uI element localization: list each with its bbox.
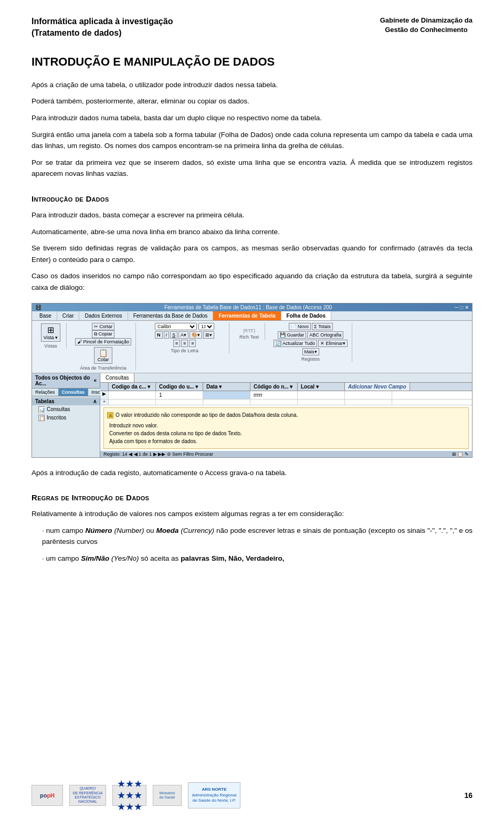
btn-fontcolor[interactable]: A▾ <box>178 331 188 339</box>
nav-item-inscritos[interactable]: 📋 Inscritos <box>32 414 100 422</box>
tab-ferramentas-bd[interactable]: Ferramentas da Base de Dados <box>128 311 214 320</box>
btn-copiar[interactable]: ⧉ Copiar <box>92 330 114 338</box>
table-row-2: * <box>100 400 472 405</box>
bullet1-italic2: (Currency) <box>178 527 214 534</box>
page-footer: popH QUADRODE REFERÊNCIAESTRATÉGICONACIO… <box>0 782 504 808</box>
error-options: Introduzir novo valor. Converter os dado… <box>107 422 465 445</box>
th-add-column[interactable]: Adicionar Novo Campo <box>345 383 410 391</box>
btn-gridlines[interactable]: ⊞▾ <box>203 331 214 339</box>
btn-guardar[interactable]: 💾 Guardar <box>278 331 307 339</box>
td-data-1[interactable] <box>203 391 250 399</box>
btn-colar[interactable]: 📋 Colar <box>94 347 112 364</box>
th-codigo-cliente-text: Codigo da c... ▾ <box>112 384 150 390</box>
registos-row1: 📄 Novo Σ Totais <box>289 323 333 330</box>
letra-label: Tipo de Letra <box>171 348 198 353</box>
btn-align-left[interactable]: ≡ <box>173 340 180 347</box>
error-option-1-text: Introduzir novo valor. <box>109 423 158 428</box>
td-codigo-n-1[interactable]: rrrrr <box>250 391 298 399</box>
font-row3: ≡ ≡ ≡ <box>173 340 196 347</box>
td-data-2[interactable] <box>203 400 250 405</box>
th-codigo-n[interactable]: Código do n... ▾ <box>250 383 298 391</box>
error-option-3[interactable]: Ajuda com tipos e formatos de dados. <box>109 437 465 445</box>
btn-mais[interactable]: Mais▾ <box>302 348 319 355</box>
th-codigo-utilizador[interactable]: Codigo do u... ▾ <box>156 383 203 391</box>
tab-criar[interactable]: Criar <box>57 311 80 320</box>
main-table-area: Consultas Codigo da c... ▾ Codigo do u..… <box>100 373 472 457</box>
ribbon-group-vistas: ⊞ Vista ▾ Vistas <box>35 323 67 349</box>
td-add-1 <box>345 391 392 399</box>
vistas-label: Vistas <box>44 343 57 349</box>
table-row-1: ▶ 1 rrrrr <box>100 391 472 400</box>
th-local[interactable]: Local ▾ <box>298 383 345 391</box>
font-row1: Calibri 11 <box>155 323 214 330</box>
bullet1-bold1: Número <box>86 527 112 534</box>
btn-eliminar[interactable]: ✕ Eliminar▾ <box>318 340 348 347</box>
btn-novo[interactable]: 📄 Novo <box>289 323 311 330</box>
header-right: Gabinete de Dinamização daGestão do Conh… <box>380 16 472 35</box>
fontsize-select[interactable]: 11 <box>198 323 214 330</box>
nav-panel-header[interactable]: Todos os Objectos do Ac... « <box>32 373 100 388</box>
nav-tab-relacoes[interactable]: Relações <box>32 388 59 396</box>
ribbon-group-registos: 📄 Novo Σ Totais 💾 Guardar ABC Ortografia… <box>269 323 352 362</box>
bullet2-prefix: · um campo <box>42 554 81 562</box>
organization-name: Gabinete de Dinamização daGestão do Conh… <box>380 16 472 35</box>
window-controls[interactable]: ─ □ ✕ <box>455 304 469 310</box>
td-add-2 <box>345 400 392 405</box>
font-select[interactable]: Calibri <box>155 323 197 330</box>
error-option-2[interactable]: Converter os dados desta coluna no tipo … <box>109 429 465 437</box>
nav-item-consultas[interactable]: 📊 Consultas <box>32 405 100 414</box>
tab-base[interactable]: Base <box>34 311 57 320</box>
btn-align-center[interactable]: ≡ <box>181 340 188 347</box>
td-codigo-n-2[interactable] <box>250 400 298 405</box>
error-option-1[interactable]: Introduzir novo valor. <box>109 422 465 429</box>
p-after-screenshot: Após a introdução de cada registo, autom… <box>32 467 472 479</box>
th-data[interactable]: Data ▾ <box>203 383 250 391</box>
tab-folha-dados[interactable]: Folha de Dados <box>281 311 331 320</box>
logo-poph: popH <box>32 785 63 806</box>
td-codigo-utilizador-2[interactable] <box>156 400 203 405</box>
nav-tab-consultas[interactable]: Consultas <box>59 388 89 396</box>
tab-dados-externos[interactable]: Dados Externos <box>79 311 128 320</box>
richtext-label: Rich Text <box>239 334 259 340</box>
td-local-2[interactable] <box>298 400 345 405</box>
section-heading-1: Introdução de Dados <box>32 194 472 203</box>
td-codigo-cliente-2[interactable] <box>109 400 156 405</box>
btn-highlight[interactable]: 🎨▾ <box>190 331 202 339</box>
btn-bold[interactable]: N <box>155 331 163 339</box>
view-icons: ⊞ 📋 ✎ <box>452 452 469 457</box>
btn-ortografia[interactable]: ABC Ortografia <box>307 331 343 339</box>
btn-cortar[interactable]: ✂ Cortar <box>92 323 115 330</box>
th-data-text: Data ▾ <box>206 384 222 390</box>
td-codigo-utilizador-1[interactable]: 1 <box>156 391 203 399</box>
transfer-row3: 🖌 Pincel de Formatação <box>75 338 131 345</box>
td-local-1[interactable] <box>298 391 345 399</box>
btn-italic[interactable]: I <box>164 331 170 339</box>
btn-pincel[interactable]: 🖌 Pincel de Formatação <box>75 338 131 345</box>
error-option-3-text: Ajuda com tipos e formatos de dados. <box>109 438 197 444</box>
logo-ars-norte: ARS NORTE Administração Regionalde Saúde… <box>188 782 240 808</box>
section1-p2: Automaticamente, abre-se uma nova linha … <box>32 226 472 238</box>
btn-atualizar[interactable]: 🔄 Actualizar Tudo <box>274 340 317 347</box>
db-tab-consultas[interactable]: Consultas <box>100 373 134 382</box>
open-tables-bar: Consultas <box>100 373 472 383</box>
btn-underline[interactable]: S <box>170 331 177 339</box>
btn-align-right[interactable]: ≡ <box>189 340 196 347</box>
paragraph-5: Por se tratar da primeira vez que se ins… <box>32 157 472 180</box>
tab-ferramentas-tabela[interactable]: Ferramentas de Tabela <box>213 311 281 320</box>
btn-totais[interactable]: Σ Totais <box>312 323 333 330</box>
td-codigo-cliente-1[interactable] <box>109 391 156 399</box>
nav-section-tabelas[interactable]: Tabelas ∧ <box>32 397 100 405</box>
th-codigo-cliente[interactable]: Codigo da c... ▾ <box>109 383 156 391</box>
bullet2-bold2: palavras Sim, Não, Verdadeiro, <box>181 554 284 562</box>
transfer-label: Área de Transferência <box>80 365 127 371</box>
nav-collapse-icon[interactable]: « <box>93 377 97 383</box>
th-add-text: Adicionar Novo Campo <box>348 384 406 390</box>
table-header-row: Codigo da c... ▾ Codigo do u... ▾ Data ▾… <box>100 383 472 391</box>
section1-p1: Para introduzir dados, basta começar a e… <box>32 209 472 221</box>
btn-vista[interactable]: ⊞ Vista ▾ <box>41 323 60 342</box>
row-indicator-2: * <box>100 400 109 405</box>
transfer-row2: ⧉ Copiar <box>92 330 114 338</box>
ribbon-content: ⊞ Vista ▾ Vistas ✂ Cortar ⧉ Copiar 🖌 Pin… <box>32 321 472 373</box>
bullet2-bold: Sim/Não <box>81 554 109 562</box>
course-title-line2: (Tratamento de dados) <box>32 27 173 39</box>
